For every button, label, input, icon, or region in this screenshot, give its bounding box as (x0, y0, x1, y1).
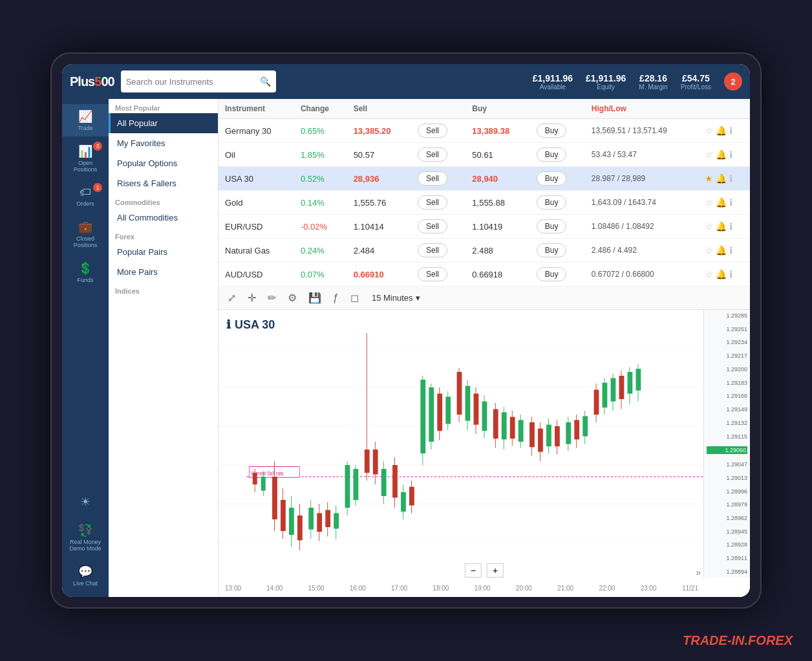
notification-badge[interactable]: 2 (724, 72, 742, 91)
sidebar-item-trade[interactable]: 📈 Trade (62, 104, 109, 136)
star-icon[interactable]: ☆ (705, 197, 713, 208)
row-actions: ☆ 🔔 ℹ (705, 245, 744, 255)
bell-icon[interactable]: 🔔 (716, 245, 727, 255)
star-icon[interactable]: ☆ (705, 149, 713, 160)
time-label: 23:00 (641, 585, 657, 592)
time-label: 22:00 (599, 585, 615, 592)
sell-button[interactable]: Sell (418, 147, 447, 162)
draw-icon[interactable]: ✏ (265, 290, 279, 305)
sell-button[interactable]: Sell (418, 171, 447, 186)
zoom-in-button[interactable]: + (487, 563, 504, 578)
buy-button[interactable]: Buy (537, 243, 567, 257)
info-icon[interactable]: ℹ (729, 125, 732, 136)
sell-button[interactable]: Sell (418, 219, 447, 233)
sell-button[interactable]: Sell (418, 195, 447, 210)
header-stats: £1,911.96 Available £1,911.96 Equity £28… (533, 73, 711, 91)
instrument-menu-all-commodities[interactable]: All Commodities (109, 208, 218, 228)
sidebar-item-open-positions[interactable]: 3 📊 OpenPositions (62, 139, 109, 178)
sidebar-item-light-mode[interactable]: ☀ (62, 490, 109, 515)
star-icon[interactable]: ☆ (705, 125, 713, 136)
open-positions-icon: 📊 (78, 144, 92, 158)
crosshair-icon[interactable]: ✛ (245, 290, 259, 305)
light-mode-icon: ☀ (80, 495, 91, 509)
price-level: 1.29217 (707, 352, 747, 359)
buy-price: 2.488 (465, 239, 529, 263)
info-icon[interactable]: ℹ (729, 197, 732, 208)
instrument-menu-all-popular[interactable]: All Popular (109, 113, 218, 133)
sell-price: 2.484 (347, 239, 411, 263)
sidebar-item-closed-positions[interactable]: 💼 ClosedPositions (62, 215, 109, 254)
high-low-value: 53.43 / 53.47 (585, 143, 698, 167)
sidebar-item-real-money[interactable]: 💱 Real MoneyDemo Mode (62, 518, 109, 557)
zoom-out-button[interactable]: − (465, 563, 482, 578)
margin-label: M. Margin (639, 83, 667, 91)
buy-button[interactable]: Buy (537, 195, 567, 210)
timeframe-selector[interactable]: 15 Minutes ▾ (368, 292, 424, 304)
col-actions (698, 99, 751, 119)
info-icon[interactable]: ℹ (729, 245, 732, 255)
svg-rect-96 (636, 369, 641, 391)
object-icon[interactable]: ◻ (348, 290, 361, 305)
save-icon[interactable]: 💾 (306, 290, 324, 305)
info-icon[interactable]: ℹ (729, 149, 732, 160)
svg-rect-68 (510, 417, 515, 439)
real-money-icon: 💱 (78, 523, 92, 537)
row-actions: ☆ 🔔 ℹ (705, 125, 744, 136)
instrument-menu-risers-fallers[interactable]: Risers & Fallers (109, 173, 218, 193)
star-icon[interactable]: ☆ (705, 221, 713, 232)
chart-expand-button[interactable]: » (696, 567, 701, 578)
info-icon[interactable]: ℹ (729, 221, 732, 232)
info-icon[interactable]: ℹ (729, 269, 732, 279)
sidebar-item-orders[interactable]: 1 🏷 Orders (62, 180, 109, 212)
sell-button[interactable]: Sell (418, 243, 447, 257)
instrument-name: EUR/USD (219, 215, 294, 239)
info-circle-icon: ℹ (226, 318, 231, 332)
price-level: 1.28979 (707, 501, 747, 508)
bell-icon[interactable]: 🔔 (716, 197, 727, 208)
time-label: 13:00 (225, 585, 241, 592)
star-icon[interactable]: ☆ (705, 269, 713, 279)
table-row: AUD/USD 0.07% 0.66910 Sell 0.66918 Buy 0… (219, 263, 750, 287)
star-icon[interactable]: ☆ (705, 245, 713, 255)
buy-button[interactable]: Buy (537, 124, 567, 138)
search-box[interactable]: 🔍 (121, 70, 276, 92)
instrument-menu-popular-options[interactable]: Popular Options (109, 153, 218, 173)
settings-icon[interactable]: ⚙ (285, 290, 299, 305)
sell-button[interactable]: Sell (418, 124, 447, 138)
bell-icon[interactable]: 🔔 (716, 221, 727, 232)
svg-rect-92 (619, 376, 625, 399)
search-input[interactable] (126, 77, 256, 87)
svg-rect-84 (582, 416, 588, 436)
info-icon[interactable]: ℹ (729, 173, 732, 184)
time-label: 14:00 (266, 585, 283, 592)
bell-icon[interactable]: 🔔 (716, 269, 727, 279)
svg-rect-22 (297, 515, 303, 540)
instrument-menu-more-pairs[interactable]: More Pairs (109, 262, 218, 282)
sell-price: 1.10414 (347, 215, 411, 239)
sell-price: 0.66910 (347, 263, 411, 287)
price-level: 1.29047 (707, 461, 747, 468)
row-actions: ☆ 🔔 ℹ (705, 269, 744, 279)
bell-icon[interactable]: 🔔 (716, 149, 727, 160)
sell-button[interactable]: Sell (418, 267, 447, 281)
svg-rect-88 (603, 383, 608, 407)
formula-icon[interactable]: ƒ (330, 291, 341, 305)
sidebar-item-funds[interactable]: 💲 Funds (62, 256, 109, 288)
buy-button[interactable]: Buy (537, 219, 567, 233)
buy-button[interactable]: Buy (537, 267, 567, 281)
svg-rect-34 (354, 469, 359, 500)
chart-right-axis: 1.29285 1.29251 1.29234 1.29217 1.29200 … (703, 310, 750, 578)
expand-icon[interactable]: ⤢ (225, 290, 239, 305)
instrument-menu-my-favorites[interactable]: My Favorites (109, 133, 218, 153)
instrument-menu-popular-pairs[interactable]: Popular Pairs (109, 242, 218, 262)
bell-icon[interactable]: 🔔 (716, 125, 727, 136)
buy-button[interactable]: Buy (537, 171, 567, 186)
sidebar-item-live-chat[interactable]: 💬 Live Chat (62, 559, 109, 592)
star-icon[interactable]: ★ (705, 173, 713, 184)
bell-icon[interactable]: 🔔 (716, 173, 727, 184)
price-level: 1.29285 (707, 312, 747, 319)
col-change: Change (294, 99, 347, 119)
buy-button[interactable]: Buy (537, 147, 567, 162)
timeframe-label: 15 Minutes (372, 293, 413, 303)
available-value: £1,911.96 (533, 73, 573, 83)
